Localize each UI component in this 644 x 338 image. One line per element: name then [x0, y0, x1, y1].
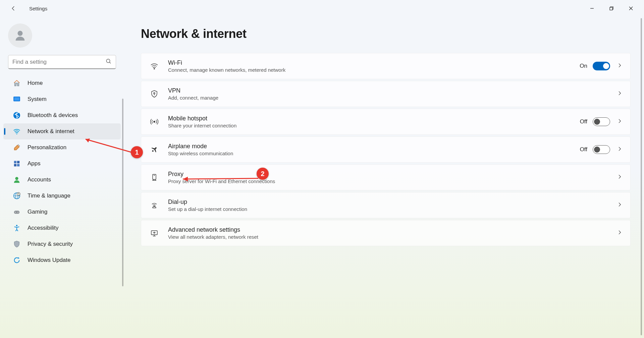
- card-hotspot[interactable]: Mobile hotspot Share your internet conne…: [141, 109, 631, 135]
- proxy-icon: [150, 173, 159, 182]
- sidebar-item-label: Gaming: [28, 209, 48, 215]
- sidebar-item-home[interactable]: Home: [3, 75, 121, 91]
- card-advanced[interactable]: Advanced network settings View all netwo…: [141, 220, 631, 246]
- sidebar-item-wifi[interactable]: Network & internet: [3, 123, 121, 139]
- sidebar-item-update[interactable]: Windows Update: [3, 252, 121, 268]
- search-icon: [106, 58, 112, 66]
- back-button[interactable]: [9, 4, 17, 12]
- main-scrollbar[interactable]: [641, 18, 642, 335]
- sidebar-item-label: Personalization: [28, 144, 66, 151]
- sidebar-item-accessibility[interactable]: Accessibility: [3, 220, 121, 236]
- dialup-icon: [150, 201, 159, 210]
- vpn-icon: [150, 90, 159, 98]
- sidebar-item-label: Windows Update: [28, 257, 71, 264]
- card-title: Proxy: [168, 171, 617, 178]
- card-subtitle: Share your internet connection: [168, 123, 580, 128]
- accessibility-icon: [13, 224, 21, 232]
- bluetooth-icon: [13, 111, 21, 119]
- minimize-button[interactable]: [582, 2, 602, 15]
- card-status-label: Off: [580, 118, 587, 125]
- main-content: Network & internet Wi-Fi Connect, manage…: [124, 17, 644, 338]
- chevron-right-icon: [617, 63, 623, 69]
- sidebar-item-label: Privacy & security: [28, 241, 73, 247]
- sidebar-item-globe[interactable]: Time & language: [3, 188, 121, 204]
- card-proxy[interactable]: Proxy Proxy server for Wi-Fi and Etherne…: [141, 164, 631, 190]
- sidebar-item-shield[interactable]: Privacy & security: [3, 236, 121, 252]
- toggle-wifi[interactable]: [593, 62, 610, 70]
- sidebar-scrollbar[interactable]: [122, 99, 123, 286]
- app-title: Settings: [29, 6, 47, 11]
- annotation-marker-2: 2: [257, 168, 269, 180]
- card-title: VPN: [168, 87, 617, 94]
- svg-point-15: [15, 177, 18, 180]
- svg-rect-13: [14, 164, 16, 166]
- svg-line-21: [19, 194, 19, 194]
- card-wifi[interactable]: Wi-Fi Connect, manage known networks, me…: [141, 53, 631, 79]
- card-title: Mobile hotspot: [168, 115, 580, 122]
- svg-point-5: [106, 59, 110, 63]
- gamepad-icon: [13, 208, 21, 216]
- search-input[interactable]: [8, 55, 116, 69]
- annotation-marker-1: 1: [131, 146, 143, 158]
- close-button[interactable]: [621, 2, 641, 15]
- svg-point-10: [16, 133, 17, 134]
- svg-rect-31: [153, 174, 156, 179]
- svg-rect-14: [17, 164, 19, 166]
- wifi-icon: [13, 127, 21, 135]
- chevron-right-icon: [617, 230, 623, 236]
- nav: Home System Bluetooth & devices Network …: [0, 75, 124, 338]
- sidebar-item-label: Accounts: [28, 176, 51, 183]
- search-field[interactable]: [12, 59, 106, 65]
- svg-point-25: [16, 225, 18, 226]
- card-subtitle: Proxy server for Wi-Fi and Ethernet conn…: [168, 178, 617, 184]
- sidebar-item-person[interactable]: Accounts: [3, 172, 121, 188]
- sidebar-item-label: Network & internet: [28, 128, 74, 135]
- svg-rect-12: [17, 161, 19, 163]
- chevron-right-icon: [617, 202, 623, 209]
- svg-point-23: [15, 212, 16, 213]
- chevron-right-icon: [617, 146, 623, 153]
- chevron-right-icon: [617, 174, 623, 181]
- card-subtitle: View all network adapters, network reset: [168, 234, 617, 240]
- wifi-icon: [150, 62, 159, 70]
- maximize-button[interactable]: [602, 2, 621, 15]
- sidebar-item-system[interactable]: System: [3, 91, 121, 107]
- sidebar-item-apps[interactable]: Apps: [3, 156, 121, 172]
- card-vpn[interactable]: VPN Add, connect, manage: [141, 81, 631, 107]
- settings-cards: Wi-Fi Connect, manage known networks, me…: [141, 53, 631, 246]
- svg-point-27: [154, 68, 155, 69]
- card-title: Advanced network settings: [168, 226, 617, 233]
- sidebar-item-label: Bluetooth & devices: [28, 112, 78, 119]
- titlebar: Settings: [0, 0, 644, 17]
- advanced-icon: [150, 229, 159, 237]
- sidebar-item-bluetooth[interactable]: Bluetooth & devices: [3, 107, 121, 123]
- page-title: Network & internet: [141, 27, 631, 41]
- sidebar-item-label: System: [28, 96, 47, 103]
- svg-point-28: [154, 93, 155, 94]
- svg-rect-8: [14, 98, 19, 101]
- sidebar: Home System Bluetooth & devices Network …: [0, 17, 124, 338]
- globe-icon: [13, 192, 21, 200]
- sidebar-item-gamepad[interactable]: Gaming: [3, 204, 121, 220]
- person-icon: [13, 176, 21, 184]
- sidebar-item-brush[interactable]: Personalization: [3, 139, 121, 156]
- svg-point-4: [18, 31, 23, 36]
- sidebar-item-label: Apps: [28, 160, 41, 167]
- toggle-airplane[interactable]: [593, 145, 610, 154]
- svg-rect-1: [610, 7, 612, 10]
- card-status-label: Off: [580, 146, 587, 153]
- hotspot-icon: [150, 117, 159, 126]
- card-title: Dial-up: [168, 199, 617, 206]
- card-status-label: On: [580, 63, 587, 69]
- sidebar-item-label: Home: [28, 80, 43, 87]
- card-airplane[interactable]: Airplane mode Stop wireless communicatio…: [141, 136, 631, 163]
- shield-icon: [13, 240, 21, 248]
- chevron-right-icon: [617, 118, 623, 125]
- card-subtitle: Stop wireless communication: [168, 151, 580, 156]
- card-dialup[interactable]: Dial-up Set up a dial-up internet connec…: [141, 192, 631, 218]
- update-icon: [13, 256, 21, 264]
- toggle-hotspot[interactable]: [593, 117, 610, 126]
- system-icon: [13, 95, 21, 103]
- svg-rect-22: [14, 211, 20, 214]
- avatar[interactable]: [8, 23, 32, 48]
